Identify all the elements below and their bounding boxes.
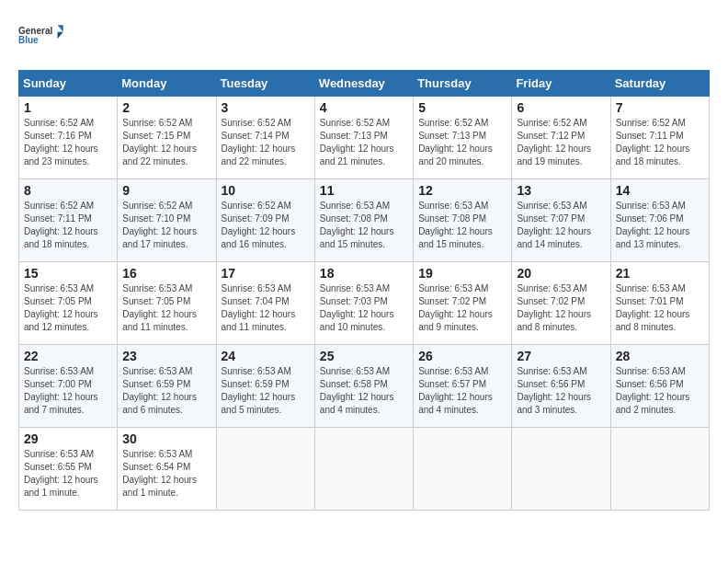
calendar-day-16: 16Sunrise: 6:53 AM Sunset: 7:05 PM Dayli… (118, 262, 216, 345)
calendar-week-2: 8Sunrise: 6:52 AM Sunset: 7:11 PM Daylig… (19, 179, 710, 262)
calendar-day-8: 8Sunrise: 6:52 AM Sunset: 7:11 PM Daylig… (19, 179, 118, 262)
calendar-day-11: 11Sunrise: 6:53 AM Sunset: 7:08 PM Dayli… (314, 179, 413, 262)
calendar-day-14: 14Sunrise: 6:53 AM Sunset: 7:06 PM Dayli… (610, 179, 709, 262)
svg-text:Blue: Blue (18, 35, 39, 45)
calendar-day-empty-4-2 (216, 428, 314, 511)
calendar-header-row: SundayMondayTuesdayWednesdayThursdayFrid… (19, 71, 710, 97)
calendar-day-30: 30Sunrise: 6:53 AM Sunset: 6:54 PM Dayli… (118, 428, 216, 511)
calendar-day-2: 2Sunrise: 6:52 AM Sunset: 7:15 PM Daylig… (118, 97, 216, 179)
calendar-day-17: 17Sunrise: 6:53 AM Sunset: 7:04 PM Dayli… (216, 262, 314, 345)
header-tuesday: Tuesday (216, 71, 314, 97)
svg-text:General: General (18, 26, 52, 36)
svg-marker-2 (58, 25, 63, 32)
calendar-day-4: 4Sunrise: 6:52 AM Sunset: 7:13 PM Daylig… (314, 97, 413, 179)
calendar-day-12: 12Sunrise: 6:53 AM Sunset: 7:08 PM Dayli… (414, 179, 512, 262)
logo: General Blue (18, 18, 64, 55)
calendar-day-9: 9Sunrise: 6:52 AM Sunset: 7:10 PM Daylig… (118, 179, 216, 262)
calendar-day-28: 28Sunrise: 6:53 AM Sunset: 6:56 PM Dayli… (610, 345, 709, 428)
calendar-day-25: 25Sunrise: 6:53 AM Sunset: 6:58 PM Dayli… (314, 345, 413, 428)
calendar-week-5: 29Sunrise: 6:53 AM Sunset: 6:55 PM Dayli… (19, 428, 710, 511)
calendar-day-13: 13Sunrise: 6:53 AM Sunset: 7:07 PM Dayli… (512, 179, 610, 262)
calendar-week-3: 15Sunrise: 6:53 AM Sunset: 7:05 PM Dayli… (19, 262, 710, 345)
calendar-day-empty-4-5 (512, 428, 610, 511)
page-header: General Blue (18, 18, 710, 55)
calendar-day-20: 20Sunrise: 6:53 AM Sunset: 7:02 PM Dayli… (512, 262, 610, 345)
logo-svg: General Blue (18, 18, 64, 55)
calendar-day-empty-4-3 (314, 428, 413, 511)
calendar-table: SundayMondayTuesdayWednesdayThursdayFrid… (18, 70, 710, 511)
calendar-day-23: 23Sunrise: 6:53 AM Sunset: 6:59 PM Dayli… (118, 345, 216, 428)
calendar-day-24: 24Sunrise: 6:53 AM Sunset: 6:59 PM Dayli… (216, 345, 314, 428)
calendar-day-21: 21Sunrise: 6:53 AM Sunset: 7:01 PM Dayli… (610, 262, 709, 345)
header-saturday: Saturday (610, 71, 709, 97)
calendar-day-18: 18Sunrise: 6:53 AM Sunset: 7:03 PM Dayli… (314, 262, 413, 345)
header-monday: Monday (118, 71, 216, 97)
calendar-day-26: 26Sunrise: 6:53 AM Sunset: 6:57 PM Dayli… (414, 345, 512, 428)
header-sunday: Sunday (19, 71, 118, 97)
svg-marker-3 (58, 32, 63, 40)
calendar-day-29: 29Sunrise: 6:53 AM Sunset: 6:55 PM Dayli… (19, 428, 118, 511)
calendar-day-6: 6Sunrise: 6:52 AM Sunset: 7:12 PM Daylig… (512, 97, 610, 179)
calendar-day-1: 1Sunrise: 6:52 AM Sunset: 7:16 PM Daylig… (19, 97, 118, 179)
header-thursday: Thursday (414, 71, 512, 97)
header-wednesday: Wednesday (314, 71, 413, 97)
calendar-day-7: 7Sunrise: 6:52 AM Sunset: 7:11 PM Daylig… (610, 97, 709, 179)
calendar-day-empty-4-4 (414, 428, 512, 511)
header-friday: Friday (512, 71, 610, 97)
calendar-day-15: 15Sunrise: 6:53 AM Sunset: 7:05 PM Dayli… (19, 262, 118, 345)
calendar-week-4: 22Sunrise: 6:53 AM Sunset: 7:00 PM Dayli… (19, 345, 710, 428)
calendar-day-27: 27Sunrise: 6:53 AM Sunset: 6:56 PM Dayli… (512, 345, 610, 428)
calendar-day-22: 22Sunrise: 6:53 AM Sunset: 7:00 PM Dayli… (19, 345, 118, 428)
calendar-day-3: 3Sunrise: 6:52 AM Sunset: 7:14 PM Daylig… (216, 97, 314, 179)
calendar-day-empty-4-6 (610, 428, 709, 511)
calendar-day-10: 10Sunrise: 6:52 AM Sunset: 7:09 PM Dayli… (216, 179, 314, 262)
calendar-day-5: 5Sunrise: 6:52 AM Sunset: 7:13 PM Daylig… (414, 97, 512, 179)
calendar-day-19: 19Sunrise: 6:53 AM Sunset: 7:02 PM Dayli… (414, 262, 512, 345)
calendar-week-1: 1Sunrise: 6:52 AM Sunset: 7:16 PM Daylig… (19, 97, 710, 179)
